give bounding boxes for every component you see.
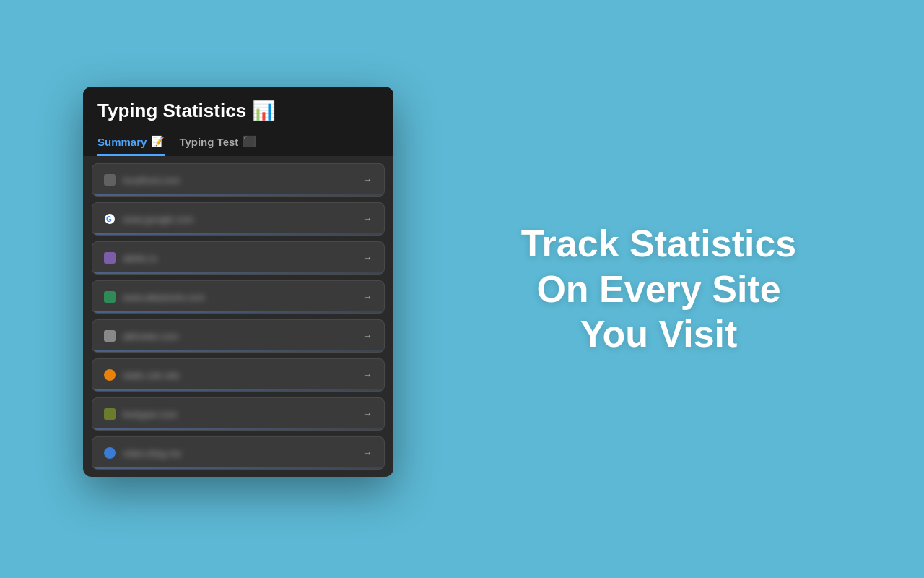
arrow-icon: → bbox=[362, 330, 372, 342]
arrow-icon: → bbox=[362, 408, 372, 420]
arrow-icon: → bbox=[362, 369, 372, 381]
svg-text:G: G bbox=[106, 215, 112, 223]
promo-line1: Track Statistics bbox=[521, 223, 797, 264]
arrow-icon: → bbox=[362, 252, 372, 264]
list-item[interactable]: altimeter.com→ bbox=[92, 319, 385, 353]
tab-summary-label: Summary bbox=[97, 136, 147, 148]
promo-line3: You Visit bbox=[580, 313, 738, 355]
site-name: static.cdn.site bbox=[123, 370, 180, 381]
site-name: atletic.io bbox=[123, 253, 157, 264]
arrow-icon: → bbox=[362, 447, 372, 459]
promo-line2: On Every Site bbox=[536, 268, 780, 310]
list-item[interactable]: atletic.io→ bbox=[92, 241, 385, 275]
site-name: livetyper.com bbox=[123, 409, 178, 420]
arrow-icon: → bbox=[362, 291, 372, 303]
typing-test-icon: ⬛ bbox=[243, 135, 256, 148]
tab-typing-test-label: Typing Test bbox=[179, 136, 238, 148]
list-item[interactable]: www.atlastools.com→ bbox=[92, 280, 385, 314]
site-name: video.blog.me bbox=[123, 448, 181, 459]
list-item[interactable]: Gwww.google.com→ bbox=[92, 202, 385, 236]
arrow-icon: → bbox=[362, 213, 372, 225]
panel-header: Typing Statistics 📊 Summary 📝 Typing Tes… bbox=[83, 87, 393, 156]
list-item[interactable]: static.cdn.site→ bbox=[92, 358, 385, 392]
app-title: Typing Statistics bbox=[97, 100, 246, 122]
site-name: altimeter.com bbox=[123, 331, 178, 342]
tab-summary[interactable]: Summary 📝 bbox=[97, 129, 165, 156]
panel-title: Typing Statistics 📊 bbox=[97, 100, 379, 122]
list-item[interactable]: video.blog.me→ bbox=[92, 436, 385, 470]
list-item[interactable]: localhost.com→ bbox=[92, 163, 385, 197]
promo-text: Track Statistics On Every Site You Visit bbox=[521, 221, 797, 356]
site-list: localhost.com→Gwww.google.com→atletic.io… bbox=[83, 156, 393, 477]
promo-section: Track Statistics On Every Site You Visit bbox=[393, 221, 924, 356]
site-name: www.atlastools.com bbox=[123, 292, 205, 303]
list-item[interactable]: livetyper.com→ bbox=[92, 397, 385, 431]
bar-chart-icon: 📊 bbox=[252, 100, 275, 122]
tab-typing-test[interactable]: Typing Test ⬛ bbox=[179, 129, 256, 156]
site-name: localhost.com bbox=[123, 175, 180, 186]
site-name: www.google.com bbox=[123, 214, 193, 225]
tab-bar: Summary 📝 Typing Test ⬛ bbox=[97, 129, 379, 156]
extension-panel: Typing Statistics 📊 Summary 📝 Typing Tes… bbox=[83, 87, 393, 477]
summary-icon: 📝 bbox=[151, 135, 165, 148]
arrow-icon: → bbox=[362, 174, 372, 186]
